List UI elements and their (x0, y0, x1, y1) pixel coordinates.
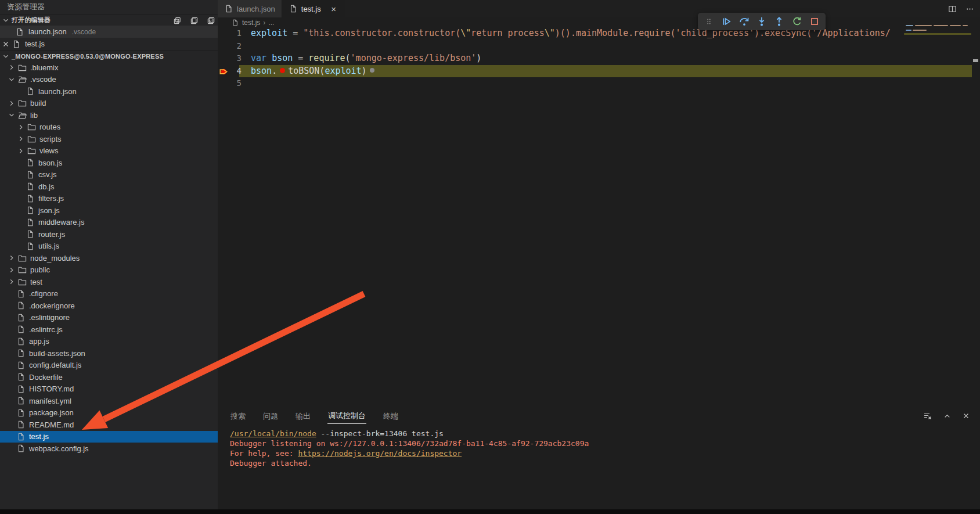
code-line-3[interactable]: 3var bson = require('mongo-express/lib/b… (218, 52, 980, 65)
new-untitled-file-icon[interactable] (172, 16, 182, 25)
close-panel-icon[interactable] (961, 411, 971, 420)
tree-item-json.js[interactable]: json.js (0, 204, 218, 217)
debug-console-output[interactable]: /usr/local/bin/node --inspect-brk=13406 … (218, 426, 980, 468)
tab-label: test.js (301, 5, 321, 13)
tree-item-label: bson.js (38, 159, 62, 167)
file-icon (26, 218, 35, 227)
tree-item-.bluemix[interactable]: .bluemix (0, 62, 218, 74)
panel-tab-搜索[interactable]: 搜索 (230, 409, 246, 424)
overview-ruler[interactable] (972, 17, 980, 389)
console-text: --inspect-brk=13406 test.js (316, 429, 444, 438)
tree-item-bson.js[interactable]: bson.js (0, 157, 218, 169)
breadcrumb-file[interactable]: test.js (242, 19, 260, 27)
close-all-editors-icon[interactable] (206, 16, 215, 25)
open-editor-item[interactable]: test.js (0, 38, 218, 50)
tree-item-app.js[interactable]: app.js (0, 336, 218, 348)
tree-item-node_modules[interactable]: node_modules (0, 252, 218, 264)
stop-button[interactable] (808, 15, 821, 28)
editor-tab-test.js[interactable]: test.js× (282, 0, 345, 17)
debug-toolbar-drag-handle[interactable] (702, 15, 715, 28)
tree-item-label: lib (30, 111, 38, 120)
editor-tab-launch.json[interactable]: launch.json (218, 0, 282, 17)
chevron-down-icon (1, 52, 10, 61)
tree-item-.eslintrc.js[interactable]: .eslintrc.js (0, 324, 218, 336)
tree-item-public[interactable]: public (0, 264, 218, 276)
tab-actions (947, 0, 974, 17)
save-all-icon[interactable] (189, 16, 199, 25)
tree-item-csv.js[interactable]: csv.js (0, 169, 218, 181)
step-out-button[interactable] (773, 15, 786, 28)
clear-console-icon[interactable] (923, 411, 932, 420)
file-icon (12, 39, 21, 49)
tree-item-manifest.yml[interactable]: manifest.yml (0, 395, 218, 407)
open-editors-header[interactable]: 打开的编辑器 (0, 14, 218, 26)
tree-item-middleware.js[interactable]: middleware.js (0, 217, 218, 229)
tree-item-Dockerfile[interactable]: Dockerfile (0, 371, 218, 383)
tree-item-test[interactable]: test (0, 276, 218, 288)
tree-item-.vscode[interactable]: .vscode (0, 74, 218, 86)
maximize-panel-icon[interactable] (942, 411, 952, 420)
console-link[interactable]: https://nodejs.org/en/docs/inspector (298, 449, 462, 458)
folder-icon (17, 265, 27, 275)
step-into-button[interactable] (755, 15, 768, 28)
inline-breakpoint-dot[interactable] (280, 68, 285, 73)
panel-tab-终端[interactable]: 终端 (383, 409, 399, 424)
code-line-1[interactable]: 1exploit = "this.constructor.constructor… (218, 27, 980, 40)
line-number: 2 (218, 40, 242, 53)
tree-item-config.default.js[interactable]: config.default.js (0, 360, 218, 372)
tree-item-build-assets.json[interactable]: build-assets.json (0, 347, 218, 360)
step-over-button[interactable] (738, 15, 751, 28)
breadcrumb[interactable]: test.js › ... (218, 17, 980, 27)
tree-item-test.js[interactable]: test.js (0, 431, 218, 443)
tree-item-README.md[interactable]: README.md (0, 419, 218, 431)
tree-item-filters.js[interactable]: filters.js (0, 193, 218, 205)
code-editor[interactable]: 1exploit = "this.constructor.constructor… (218, 27, 980, 90)
sidebar-title: 资源管理器 (0, 0, 218, 14)
open-editor-item[interactable]: launch.json.vscode (0, 26, 218, 38)
panel-tab-调试控制台[interactable]: 调试控制台 (327, 408, 366, 424)
tree-item-package.json[interactable]: package.json (0, 407, 218, 419)
more-actions-icon[interactable] (965, 4, 974, 13)
tree-item-label: build (30, 99, 46, 107)
chevron-right-icon (7, 63, 16, 72)
project-section-header[interactable]: _MONGO-EXPRESS@0.53.0@MONGO-EXPRESS (0, 50, 218, 62)
panel-tab-输出[interactable]: 输出 (295, 409, 311, 424)
close-icon[interactable]: × (329, 4, 338, 14)
code-line-2[interactable]: 2 (218, 40, 980, 53)
tree-item-.dockerignore[interactable]: .dockerignore (0, 300, 218, 312)
vscode-window: 资源管理器 打开的编辑器 launch.json.vscodetest.js _… (0, 0, 980, 514)
code-line-5[interactable]: 5 (218, 77, 980, 90)
split-editor-icon[interactable] (947, 4, 957, 13)
continue-button[interactable] (720, 15, 733, 28)
tree-item-build[interactable]: build (0, 98, 218, 110)
breadcrumb-more[interactable]: ... (268, 19, 274, 27)
tree-item-scripts[interactable]: scripts (0, 133, 218, 145)
code-line-4[interactable]: 4bson.toBSON(exploit) (218, 65, 980, 78)
console-link[interactable]: /usr/local/bin/node (230, 429, 316, 438)
close-icon[interactable] (1, 39, 10, 49)
tree-item-webpack.config.js[interactable]: webpack.config.js (0, 443, 218, 455)
tree-item-label: .eslintignore (29, 313, 70, 322)
file-icon (16, 361, 26, 370)
tree-item-views[interactable]: views (0, 145, 218, 157)
tree-item-db.js[interactable]: db.js (0, 181, 218, 193)
tree-item-HISTORY.md[interactable]: HISTORY.md (0, 383, 218, 396)
tree-item-.cfignore[interactable]: .cfignore (0, 288, 218, 300)
tree-item-utils.js[interactable]: utils.js (0, 240, 218, 253)
tree-item-router.js[interactable]: router.js (0, 228, 218, 240)
inline-marker-dot[interactable] (370, 68, 374, 73)
folder-icon (27, 146, 36, 156)
tree-item-routes[interactable]: routes (0, 121, 218, 134)
minimap-current-line (904, 33, 971, 35)
restart-button[interactable] (791, 15, 804, 28)
console-text: For help, see: (230, 449, 298, 458)
tree-item-.eslintignore[interactable]: .eslintignore (0, 312, 218, 324)
panel-tab-问题[interactable]: 问题 (262, 409, 279, 424)
minimap[interactable] (904, 17, 971, 389)
tree-item-launch.json[interactable]: launch.json (0, 85, 218, 98)
chevron-right-icon (16, 146, 26, 156)
tree-item-label: routes (39, 123, 60, 131)
tree-item-label: package.json (29, 408, 74, 417)
file-icon (26, 194, 35, 203)
tree-item-lib[interactable]: lib (0, 109, 218, 121)
